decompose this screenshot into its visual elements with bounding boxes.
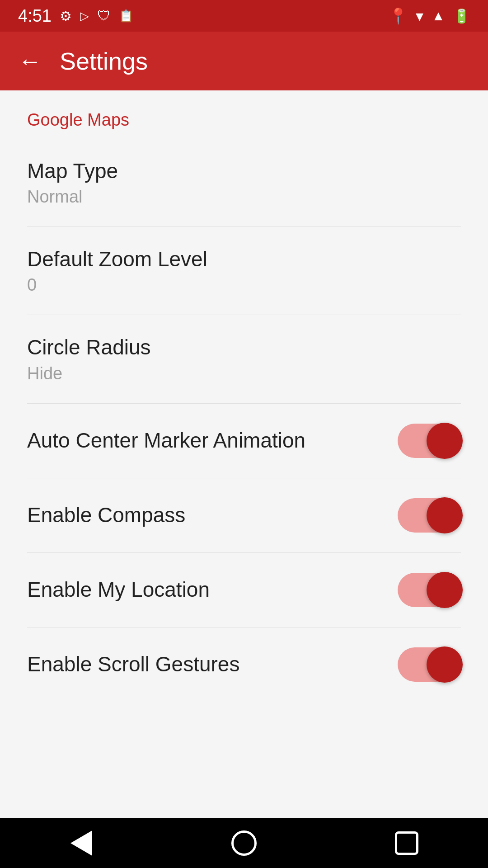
auto-center-title: Auto Center Marker Animation <box>27 428 398 453</box>
toggle-thumb <box>427 572 463 608</box>
compass-toggle[interactable] <box>398 498 461 533</box>
toggle-thumb <box>427 497 463 533</box>
toggle-track[interactable] <box>398 498 461 533</box>
toggle-thumb <box>427 423 463 459</box>
clipboard-icon: 📋 <box>119 9 133 23</box>
settings-icon: ⚙ <box>60 8 72 24</box>
settings-item-scroll-gestures[interactable]: Enable Scroll Gestures <box>0 627 488 691</box>
toggle-track[interactable] <box>398 424 461 458</box>
nav-recents-button[interactable] <box>380 825 434 861</box>
battery-icon: 🔋 <box>453 8 470 24</box>
scroll-gestures-title: Enable Scroll Gestures <box>27 652 398 677</box>
nav-bar <box>0 818 488 868</box>
settings-item-left: Default Zoom Level 0 <box>27 247 461 295</box>
settings-item-map-type[interactable]: Map Type Normal <box>0 139 488 226</box>
auto-center-toggle[interactable] <box>398 424 461 458</box>
page-title: Settings <box>60 47 148 75</box>
section-header-google-maps: Google Maps <box>0 90 488 139</box>
toggle-track[interactable] <box>398 647 461 682</box>
toggle-track[interactable] <box>398 573 461 607</box>
map-type-subtitle: Normal <box>27 187 461 207</box>
nav-home-button[interactable] <box>217 825 271 861</box>
zoom-level-title: Default Zoom Level <box>27 247 461 272</box>
section-header-text: Google Maps <box>27 110 129 129</box>
nav-back-button[interactable] <box>54 825 108 861</box>
compass-title: Enable Compass <box>27 503 398 528</box>
toggle-thumb <box>427 646 463 683</box>
scroll-gestures-toggle[interactable] <box>398 647 461 682</box>
settings-item-left: Auto Center Marker Animation <box>27 428 398 453</box>
play-icon: ▷ <box>80 9 89 23</box>
settings-item-left: Enable Scroll Gestures <box>27 652 398 677</box>
status-bar-right: 📍 ▾ ▲ 🔋 <box>389 7 470 25</box>
settings-item-circle-radius[interactable]: Circle Radius Hide <box>0 315 488 403</box>
map-type-title: Map Type <box>27 159 461 184</box>
shield-icon: 🛡 <box>97 8 111 24</box>
status-bar-left: 4:51 ⚙ ▷ 🛡 📋 <box>18 6 133 26</box>
back-button[interactable]: ← <box>18 47 42 75</box>
status-bar: 4:51 ⚙ ▷ 🛡 📋 📍 ▾ ▲ 🔋 <box>0 0 488 32</box>
location-icon: 📍 <box>389 7 408 25</box>
nav-recents-icon <box>395 831 418 855</box>
zoom-level-subtitle: 0 <box>27 275 461 295</box>
nav-home-icon <box>231 830 257 856</box>
status-time: 4:51 <box>18 6 52 26</box>
my-location-toggle[interactable] <box>398 573 461 607</box>
settings-item-left: Enable My Location <box>27 577 398 602</box>
settings-item-left: Map Type Normal <box>27 159 461 207</box>
circle-radius-title: Circle Radius <box>27 335 461 360</box>
settings-item-my-location[interactable]: Enable My Location <box>0 553 488 627</box>
nav-back-icon <box>70 830 92 856</box>
settings-item-left: Circle Radius Hide <box>27 335 461 383</box>
settings-item-zoom-level[interactable]: Default Zoom Level 0 <box>0 227 488 315</box>
settings-item-auto-center[interactable]: Auto Center Marker Animation <box>0 404 488 478</box>
app-bar: ← Settings <box>0 32 488 90</box>
circle-radius-subtitle: Hide <box>27 364 461 383</box>
settings-content: Google Maps Map Type Normal Default Zoom… <box>0 90 488 691</box>
wifi-icon: ▾ <box>416 7 423 25</box>
settings-item-left: Enable Compass <box>27 503 398 528</box>
settings-item-compass[interactable]: Enable Compass <box>0 478 488 552</box>
my-location-title: Enable My Location <box>27 577 398 602</box>
signal-icon: ▲ <box>432 8 445 24</box>
